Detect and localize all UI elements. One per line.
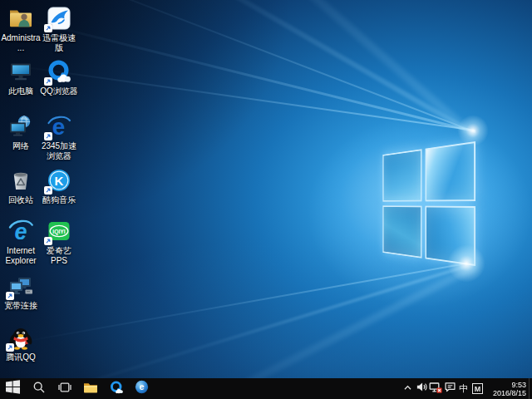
windows-logo-pane (382, 149, 421, 201)
start-button[interactable] (0, 378, 26, 399)
shortcut-arrow-icon (6, 343, 14, 352)
qq-browser-icon (46, 58, 72, 85)
light-flare (457, 115, 489, 146)
desktop-icon-administrator[interactable]: Administra... (1, 5, 41, 52)
task-view-button[interactable] (52, 378, 77, 399)
desktop-icon-broadband[interactable]: 宽带连接 (1, 273, 41, 311)
qq-browser-icon (109, 380, 124, 398)
desktop-icon-label: 酷狗音乐 (42, 195, 76, 205)
task-view-icon (58, 381, 71, 397)
desktop-icon-label: 网络 (12, 141, 29, 151)
shortcut-arrow-icon (44, 186, 52, 195)
user-folder-icon (7, 5, 34, 32)
clock-time: 9:53 (511, 381, 526, 389)
desktop-icon-xunlei[interactable]: 迅雷极速版 (39, 5, 79, 52)
chevron-up-icon (402, 382, 413, 397)
taskbar: e (0, 378, 532, 399)
desktop-icon-label: QQ浏览器 (40, 86, 78, 96)
windows-start-icon (6, 380, 20, 397)
network-status-button[interactable] (429, 378, 442, 399)
file-explorer-icon (83, 381, 98, 397)
svg-text:K: K (55, 174, 64, 188)
ime-mode-badge[interactable]: M (472, 383, 483, 394)
2345-browser-ball-icon: e (135, 380, 149, 397)
2345-browser-icon: e (46, 113, 72, 140)
desktop-icon-label: Administra... (1, 33, 41, 52)
desktop-icon-label: 此电脑 (8, 86, 33, 96)
shortcut-arrow-icon (44, 132, 52, 140)
svg-text:iQIYI: iQIYI (52, 229, 66, 235)
network-globe-icon (7, 113, 34, 140)
desktop-icon-label: 爱奇艺PPS (39, 246, 79, 265)
ime-language-indicator[interactable]: 中 (457, 378, 470, 399)
desktop-wallpaper[interactable] (0, 0, 532, 378)
desktop-icon-label: Internet Explorer (1, 246, 41, 265)
search-icon (32, 381, 46, 397)
computer-icon (7, 58, 34, 85)
windows-desktop: Administra... 迅雷极速版 (0, 0, 532, 399)
shortcut-arrow-icon (44, 24, 52, 32)
network-disconnected-icon (429, 381, 442, 397)
search-button[interactable] (26, 378, 52, 399)
desktop-icon-tencent-qq[interactable]: 腾讯QQ (1, 324, 41, 362)
svg-text:e: e (140, 382, 145, 392)
shortcut-arrow-icon (6, 292, 14, 300)
desktop-icon-iqiyi-pps[interactable]: iQIYI 爱奇艺PPS (39, 218, 79, 265)
windows-logo-pane (382, 205, 421, 258)
iqiyi-icon: iQIYI (46, 218, 72, 244)
desktop-icon-this-pc[interactable]: 此电脑 (1, 58, 41, 96)
system-tray: 中 M (401, 378, 485, 399)
kugou-music-icon: K (46, 167, 72, 194)
clock-date: 2016/8/15 (493, 389, 526, 397)
windows-logo-pane (426, 141, 475, 201)
desktop-icon-label: 回收站 (8, 195, 33, 205)
desktop-icon-label: 迅雷极速版 (39, 33, 79, 52)
shortcut-arrow-icon (44, 77, 52, 86)
qq-penguin-icon (7, 324, 34, 351)
volume-button[interactable] (415, 378, 428, 399)
xunlei-bird-icon (46, 5, 72, 32)
speaker-icon (416, 381, 428, 397)
shortcut-arrow-icon (44, 237, 52, 245)
internet-explorer-icon: e (7, 218, 34, 244)
desktop-icon-2345-browser[interactable]: e 2345加速浏览器 (39, 113, 79, 160)
action-center-icon (444, 381, 456, 397)
taskbar-clock[interactable]: 9:53 2016/8/15 (486, 381, 526, 397)
recycle-bin-icon (7, 167, 34, 194)
hidden-icons-button[interactable] (401, 378, 414, 399)
desktop-icon-network[interactable]: 网络 (1, 113, 41, 151)
desktop-icon-label: 宽带连接 (4, 301, 37, 311)
desktop-icon-qq-browser[interactable]: QQ浏览器 (39, 58, 79, 96)
desktop-icon-kugou-music[interactable]: K 酷狗音乐 (39, 167, 79, 205)
desktop-icon-label: 腾讯QQ (6, 352, 36, 362)
desktop-icon-recycle-bin[interactable]: 回收站 (1, 167, 41, 205)
desktop-icon-internet-explorer[interactable]: e Internet Explorer (1, 218, 41, 265)
action-center-button[interactable] (443, 378, 456, 399)
show-desktop-button[interactable] (529, 378, 532, 399)
file-explorer-button[interactable] (77, 378, 103, 399)
desktop-icon-label: 2345加速浏览器 (39, 141, 79, 160)
taskbar-qq-browser-button[interactable] (103, 378, 129, 399)
taskbar-2345-browser-button[interactable]: e (129, 378, 155, 399)
light-flare (447, 244, 485, 283)
broadband-connection-icon (7, 273, 34, 299)
